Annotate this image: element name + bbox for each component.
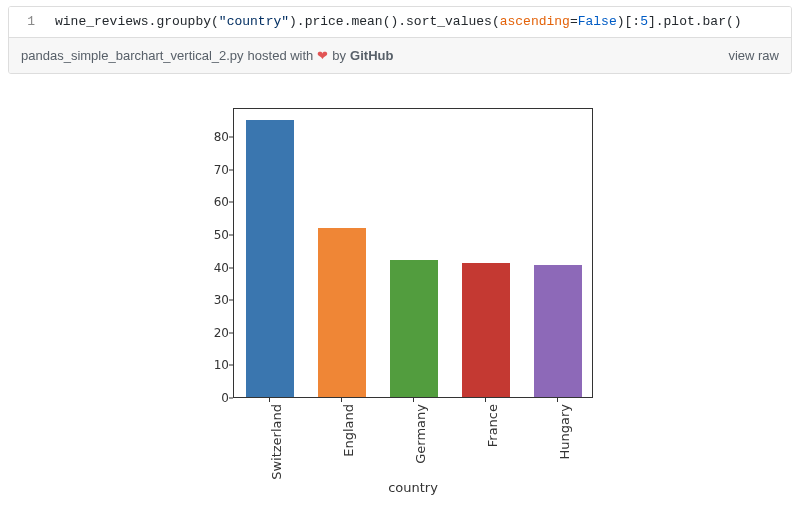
y-tick-label: 60 [185,195,229,209]
y-tick-label: 0 [185,391,229,405]
chart-wrap: country 01020304050607080SwitzerlandEngl… [0,102,800,514]
y-tick-label: 20 [185,326,229,340]
heart-icon: ❤ [317,48,328,63]
y-tick-mark [229,137,233,138]
code-token: ).price.mean().sort_values( [289,14,500,29]
gist-meta-left: pandas_simple_barchart_vertical_2.py hos… [21,48,393,63]
code-token: ].plot.bar() [648,14,742,29]
x-tick-mark [269,398,270,402]
y-tick-mark [229,202,233,203]
x-tick-label: Switzerland [269,404,284,480]
gist-github-link[interactable]: GitHub [350,48,393,63]
x-tick-label: France [485,404,500,447]
code-token: wine_reviews.groupby( [55,14,219,29]
line-number: 1 [9,7,45,37]
y-tick-mark [229,332,233,333]
y-tick-mark [229,267,233,268]
y-tick-label: 50 [185,228,229,242]
x-tick-label: Hungary [557,404,572,460]
code-token: )[: [617,14,640,29]
code-token-const: False [578,14,617,29]
x-axis-label: country [233,480,593,495]
code-row: 1 wine_reviews.groupby("country").price.… [9,7,791,37]
x-tick-mark [485,398,486,402]
plot-area [233,108,593,398]
x-tick-label: Germany [413,404,428,464]
view-raw-link[interactable]: view raw [728,48,779,63]
y-tick-mark [229,365,233,366]
bar [246,120,295,397]
x-tick-mark [557,398,558,402]
x-tick-mark [341,398,342,402]
y-tick-mark [229,169,233,170]
y-tick-label: 70 [185,163,229,177]
bar [318,228,367,397]
bar [390,260,439,397]
y-tick-mark [229,235,233,236]
y-tick-label: 30 [185,293,229,307]
gist-hosted-with: hosted with [248,48,314,63]
gist-container: 1 wine_reviews.groupby("country").price.… [8,6,792,74]
y-tick-label: 80 [185,130,229,144]
bar-chart: country 01020304050607080SwitzerlandEngl… [185,102,615,514]
y-tick-mark [229,398,233,399]
y-tick-mark [229,300,233,301]
gist-by: by [332,48,346,63]
code-token: = [570,14,578,29]
code-token-string: "country" [219,14,289,29]
x-tick-label: England [341,404,356,457]
bar [534,265,583,397]
code-content: wine_reviews.groupby("country").price.me… [45,7,791,37]
code-token-kwarg: ascending [500,14,570,29]
gist-meta: pandas_simple_barchart_vertical_2.py hos… [9,37,791,73]
bar [462,263,511,397]
x-tick-mark [413,398,414,402]
code-token-number: 5 [640,14,648,29]
y-tick-label: 10 [185,358,229,372]
gist-filename-link[interactable]: pandas_simple_barchart_vertical_2.py [21,48,244,63]
y-tick-label: 40 [185,261,229,275]
